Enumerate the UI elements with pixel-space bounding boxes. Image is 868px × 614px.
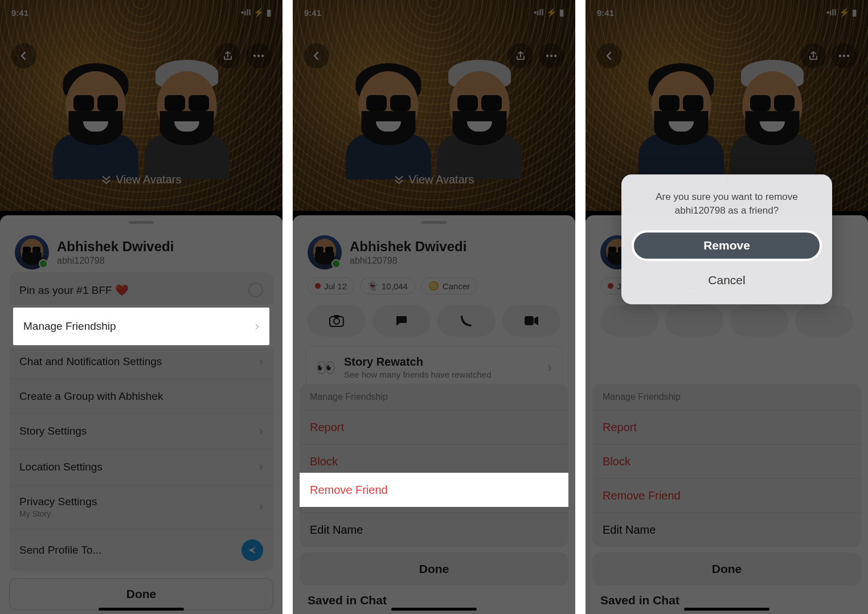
edit-name-button[interactable]: Edit Name — [300, 513, 568, 547]
sheet-grabber[interactable] — [129, 221, 154, 224]
video-button[interactable] — [502, 305, 560, 337]
svg-point-5 — [554, 55, 556, 57]
top-actions — [293, 43, 575, 68]
svg-point-2 — [261, 55, 264, 57]
report-button[interactable]: Report — [300, 411, 568, 445]
home-indicator[interactable] — [99, 608, 184, 611]
profile-username: abhi120798 — [350, 256, 466, 266]
status-time: 9:41 — [304, 8, 321, 18]
more-button[interactable] — [539, 43, 564, 68]
remove-friend-highlighted[interactable]: Remove Friend — [300, 473, 568, 507]
balloon-icon — [608, 283, 613, 289]
saved-in-chat-heading: Saved in Chat — [300, 586, 568, 609]
svg-rect-9 — [525, 316, 534, 325]
story-rewatch-card[interactable]: 👀 Story Rewatch See how many friends hav… — [305, 346, 563, 389]
profile-chips: Jul 12 👻10,044 ♋Cancer — [293, 273, 575, 305]
toggle-off-icon[interactable] — [248, 283, 263, 297]
camera-icon — [329, 314, 344, 327]
manage-friendship-sheet: Manage Friendship Report Block Remove Fr… — [586, 384, 868, 614]
send-profile-row[interactable]: Send Profile To... — [9, 529, 273, 571]
share-button[interactable] — [508, 43, 533, 68]
story-settings-row[interactable]: Story Settings › — [9, 414, 273, 449]
back-button[interactable] — [597, 43, 622, 68]
location-settings-row[interactable]: Location Settings › — [9, 449, 273, 485]
svg-point-1 — [257, 55, 260, 57]
back-button[interactable] — [304, 43, 329, 68]
chat-notification-settings-row[interactable]: Chat and Notification Settings › — [9, 344, 273, 380]
profile-name: Abhishek Dwivedi — [57, 239, 174, 255]
svg-point-11 — [843, 55, 845, 57]
snap-button[interactable] — [308, 305, 366, 337]
sheet-title: Manage Friendship — [592, 384, 861, 411]
more-button[interactable] — [832, 43, 857, 68]
status-icons: •ıll ⚡ ▮ — [241, 7, 271, 18]
snap-button[interactable] — [600, 305, 658, 337]
svg-point-0 — [253, 55, 256, 57]
report-button[interactable]: Report — [592, 411, 861, 445]
status-time: 9:41 — [11, 8, 28, 18]
manage-friendship-highlighted[interactable]: Manage Friendship › — [13, 308, 269, 345]
avatar[interactable] — [308, 235, 342, 269]
svg-point-3 — [546, 55, 548, 57]
chevron-right-icon: › — [259, 354, 263, 369]
profile-name: Abhishek Dwivedi — [350, 239, 466, 255]
zodiac-chip[interactable]: ♋Cancer — [421, 277, 477, 294]
status-icons: •ıll ⚡ ▮ — [826, 7, 857, 18]
cancel-button[interactable]: Cancel — [632, 269, 822, 292]
confirm-remove-alert: Are you sure you want to remove abhi1207… — [621, 174, 832, 304]
video-button[interactable] — [795, 305, 853, 337]
top-actions — [0, 43, 282, 68]
confirm-remove-button[interactable]: Remove — [632, 230, 822, 261]
done-button[interactable]: Done — [300, 552, 568, 586]
view-avatars-button[interactable]: View Avatars — [394, 173, 474, 186]
sheet-grabber[interactable] — [421, 221, 447, 224]
chevron-right-icon: › — [259, 424, 263, 439]
call-button[interactable] — [437, 305, 496, 337]
status-time: 9:41 — [597, 8, 614, 18]
friendship-avatars — [630, 54, 824, 191]
status-bar: 9:41 •ıll ⚡ ▮ — [0, 0, 282, 25]
top-actions — [586, 43, 868, 68]
share-button[interactable] — [215, 43, 240, 68]
chat-button[interactable] — [372, 305, 431, 337]
done-button[interactable]: Done — [592, 552, 861, 586]
screenshot-3: 9:41 •ıll ⚡ ▮ View Avatars Abhishek Dwiv… — [586, 0, 868, 614]
chevron-right-icon: › — [255, 319, 259, 334]
alert-message: Are you sure you want to remove abhi1207… — [632, 190, 822, 218]
friendship-avatars — [44, 54, 238, 191]
back-button[interactable] — [11, 43, 36, 68]
pin-bff-row[interactable]: Pin as your #1 BFF ❤️ — [9, 272, 273, 308]
edit-name-button[interactable]: Edit Name — [592, 513, 861, 547]
remove-friend-button[interactable]: Remove Friend — [592, 479, 861, 513]
friendship-avatars — [337, 54, 531, 191]
view-avatars-button[interactable]: View Avatars — [101, 173, 182, 186]
zodiac-icon: ♋ — [428, 281, 439, 291]
status-bar: 9:41 •ıll ⚡ ▮ — [293, 0, 575, 25]
status-icons: •ıll ⚡ ▮ — [534, 7, 564, 18]
profile-username: abhi120798 — [57, 256, 174, 266]
avatar[interactable] — [15, 235, 49, 269]
chat-button[interactable] — [665, 305, 723, 337]
chevron-down-double-icon — [101, 176, 112, 184]
svg-point-7 — [334, 318, 339, 324]
saved-in-chat-heading: Saved in Chat — [592, 586, 861, 609]
score-chip[interactable]: 👻10,044 — [360, 277, 415, 294]
done-button[interactable]: Done — [9, 578, 273, 610]
more-button[interactable] — [246, 43, 271, 68]
birthday-chip[interactable]: Jul 12 — [308, 277, 354, 294]
create-group-row[interactable]: Create a Group with Abhishek — [9, 380, 273, 414]
svg-point-12 — [847, 55, 849, 57]
block-button[interactable]: Block — [592, 445, 861, 479]
chat-icon — [395, 314, 408, 327]
svg-rect-8 — [334, 315, 339, 318]
share-button[interactable] — [801, 43, 826, 68]
screenshot-2: 9:41 •ıll ⚡ ▮ View Avatars Abhishek Dwiv… — [293, 0, 575, 614]
privacy-settings-row[interactable]: Privacy Settings My Story › — [9, 485, 273, 529]
send-icon[interactable] — [241, 539, 263, 561]
sheet-title: Manage Friendship — [300, 384, 568, 411]
svg-point-10 — [839, 55, 841, 57]
call-button[interactable] — [730, 305, 788, 337]
phone-icon — [460, 314, 473, 327]
video-icon — [524, 316, 539, 326]
quick-actions — [293, 305, 575, 346]
